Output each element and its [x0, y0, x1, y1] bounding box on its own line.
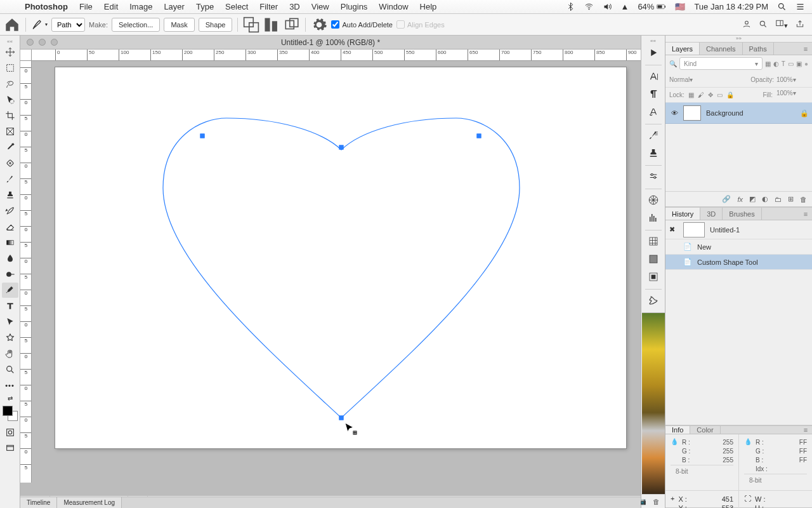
brush-tool[interactable]: [2, 171, 18, 187]
history-state-new[interactable]: 📄 New: [665, 239, 812, 255]
group-icon[interactable]: 🗀: [775, 196, 782, 203]
frame-tool[interactable]: [2, 124, 18, 139]
layer-mask-icon[interactable]: ◩: [749, 195, 756, 203]
menu-image[interactable]: Image: [124, 2, 158, 11]
filter-type-icon[interactable]: T: [782, 60, 785, 67]
tool-preset-icon[interactable]: ▾: [31, 17, 48, 32]
gradients-icon[interactable]: [645, 251, 662, 267]
wifi-icon[interactable]: [580, 2, 598, 11]
tools-collapser[interactable]: ««: [0, 38, 20, 44]
menu-filter[interactable]: Filter: [254, 2, 284, 11]
eyedropper-icon[interactable]: 💧: [671, 438, 678, 465]
tab-color[interactable]: Color: [690, 426, 720, 434]
control-center-icon[interactable]: [791, 2, 809, 11]
filter-pixel-icon[interactable]: ▦: [765, 60, 771, 67]
path-operations-icon[interactable]: [243, 17, 259, 32]
history-snapshot[interactable]: ✖ Untitled-1: [665, 220, 812, 239]
tab-brushes[interactable]: Brushes: [723, 208, 761, 220]
panel-menu-icon[interactable]: ≡: [799, 43, 812, 55]
filter-adjust-icon[interactable]: ◐: [773, 60, 779, 67]
workspace-switcher-icon[interactable]: ▾: [775, 19, 788, 30]
dodge-tool[interactable]: [2, 267, 18, 282]
tab-history[interactable]: History: [665, 208, 700, 220]
history-brush-source-icon[interactable]: ✖: [669, 225, 678, 234]
share-icon[interactable]: [796, 20, 804, 30]
fill-input[interactable]: 100%▾: [776, 90, 808, 101]
new-layer-icon[interactable]: ⊞: [788, 195, 794, 203]
layer-lock-icon[interactable]: 🔒: [797, 109, 812, 117]
layer-thumbnail[interactable]: [683, 105, 701, 121]
navigator-icon[interactable]: [645, 192, 662, 208]
auto-add-delete-checkbox[interactable]: Auto Add/Delete: [331, 20, 393, 29]
canvas-viewport[interactable]: 0501001502002503003504004505005506006507…: [20, 50, 641, 495]
edit-toolbar[interactable]: •••: [2, 378, 18, 393]
lock-artboard-icon[interactable]: ▭: [717, 91, 723, 98]
lock-position-icon[interactable]: ✥: [708, 91, 713, 98]
blend-mode-select[interactable]: Normal▾: [669, 76, 748, 83]
battery-status[interactable]: 64%: [633, 2, 671, 11]
align-edges-checkbox[interactable]: Align Edges: [396, 20, 445, 29]
navigator-preview[interactable]: [642, 312, 665, 494]
opacity-input[interactable]: 100%▾: [776, 76, 808, 83]
healing-tool[interactable]: [2, 156, 18, 171]
libraries-icon[interactable]: [645, 292, 662, 309]
path-select-tool[interactable]: [2, 314, 18, 330]
zoom-tool[interactable]: [2, 362, 18, 377]
menu-3d[interactable]: 3D: [284, 2, 306, 11]
link-layers-icon[interactable]: 🔗: [722, 195, 731, 203]
tab-measurement-log[interactable]: Measurement Log: [57, 497, 122, 508]
quick-mask-toggle[interactable]: [2, 425, 18, 440]
move-tool[interactable]: [2, 44, 18, 60]
ruler-vertical[interactable]: 05050505050505050505050505: [20, 61, 32, 483]
clock[interactable]: Tue Jan 18 4:29 PM: [690, 2, 773, 11]
eraser-tool[interactable]: [2, 219, 18, 234]
volume-icon[interactable]: [598, 2, 617, 11]
crop-tool[interactable]: [2, 108, 18, 123]
bluetooth-icon[interactable]: [561, 2, 580, 11]
path-arrangement-icon[interactable]: [284, 17, 300, 32]
lock-transparent-icon[interactable]: ▦: [688, 91, 694, 98]
lock-paint-icon[interactable]: 🖌: [698, 91, 704, 98]
make-shape-button[interactable]: Shape: [199, 18, 233, 32]
filter-smart-icon[interactable]: ▣: [796, 60, 802, 67]
make-selection-button[interactable]: Selection...: [112, 18, 160, 32]
layer-row-background[interactable]: 👁 Background 🔒: [665, 102, 812, 124]
delete-layer-icon[interactable]: 🗑: [800, 196, 807, 203]
anchor-point[interactable]: [339, 145, 344, 150]
layer-name[interactable]: Background: [706, 109, 797, 117]
menu-file[interactable]: File: [74, 2, 98, 11]
tab-info[interactable]: Info: [665, 426, 690, 434]
menu-edit[interactable]: Edit: [98, 2, 124, 11]
filter-toggle[interactable]: ●: [804, 60, 808, 67]
anchor-point[interactable]: [339, 416, 344, 420]
blur-tool[interactable]: [2, 251, 18, 266]
brush-settings-icon[interactable]: [645, 127, 662, 144]
tab-3d[interactable]: 3D: [700, 208, 723, 220]
layer-filter-kind[interactable]: Kind▾: [679, 57, 763, 70]
visibility-toggle[interactable]: 👁: [665, 109, 683, 117]
filter-shape-icon[interactable]: ▭: [788, 60, 794, 67]
marquee-tool[interactable]: [2, 60, 18, 76]
panel-menu-icon[interactable]: ≡: [799, 426, 812, 434]
shape-tool[interactable]: [2, 330, 18, 345]
tab-timeline[interactable]: Timeline: [20, 497, 57, 508]
cloud-sync-icon[interactable]: ▲: [617, 2, 634, 11]
screen-mode-toggle[interactable]: [2, 441, 18, 456]
history-state-custom-shape[interactable]: 📄 Custom Shape Tool: [665, 255, 812, 270]
tab-channels[interactable]: Channels: [700, 43, 742, 55]
tab-paths[interactable]: Paths: [743, 43, 774, 55]
histogram-icon[interactable]: [645, 210, 662, 226]
menu-plugins[interactable]: Plugins: [335, 2, 374, 11]
gradient-tool[interactable]: [2, 235, 18, 250]
tab-layers[interactable]: Layers: [665, 43, 700, 55]
panels-collapser[interactable]: »»: [665, 36, 812, 42]
swatches-icon[interactable]: [645, 233, 662, 250]
adjustments-icon[interactable]: [645, 168, 662, 185]
panels-expand[interactable]: ««: [641, 38, 665, 44]
input-flag-icon[interactable]: 🇺🇸: [671, 2, 690, 11]
menu-window[interactable]: Window: [373, 2, 414, 11]
tool-mode-select[interactable]: Path: [51, 18, 85, 32]
menu-view[interactable]: View: [306, 2, 335, 11]
swap-colors-icon[interactable]: ⇄: [2, 394, 18, 403]
heart-path[interactable]: [55, 67, 626, 448]
